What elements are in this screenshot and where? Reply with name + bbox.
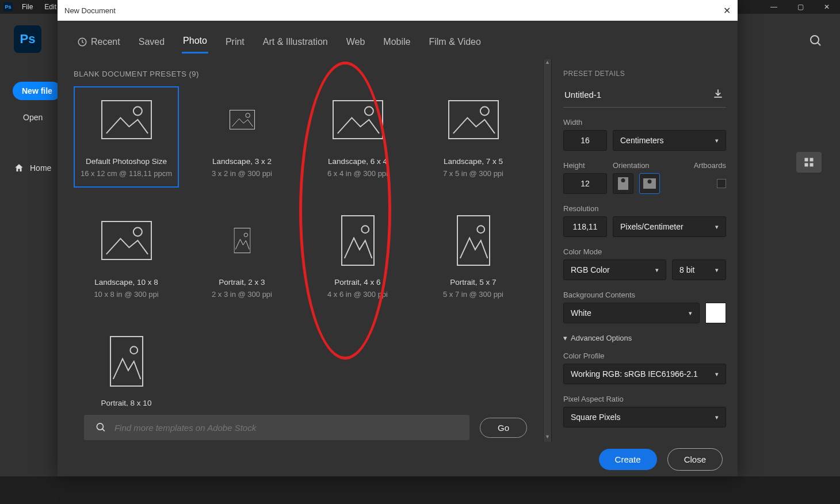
photoshop-logo-icon: Ps <box>14 25 41 53</box>
preset-title: Landscape, 6 x 4 <box>328 157 387 166</box>
resolution-unit-select[interactable]: Pixels/Centimeter▾ <box>613 216 726 237</box>
colormode-label: Color Mode <box>563 247 726 256</box>
color-profile-label: Color Profile <box>563 352 726 360</box>
advanced-options-toggle[interactable]: ▾ Advanced Options <box>563 334 726 342</box>
tab-saved[interactable]: Saved <box>138 32 166 53</box>
tab-recent[interactable]: Recent <box>76 32 121 53</box>
orientation-landscape-button[interactable] <box>639 173 660 194</box>
document-name-input[interactable] <box>563 87 710 102</box>
presets-section-label: BLANK DOCUMENT PRESETS(9) <box>74 70 537 78</box>
preset-card[interactable]: Default Photoshop Size 16 x 12 cm @ 118,… <box>74 86 179 188</box>
preset-thumb-icon <box>333 218 383 263</box>
preset-card[interactable]: Portrait, 8 x 10 8 x 10 in @ 300 ppi <box>74 328 179 406</box>
app-badge-icon: Ps <box>3 2 13 12</box>
new-file-button[interactable]: New file <box>13 82 62 100</box>
close-window-button[interactable]: ✕ <box>814 0 840 14</box>
preset-card[interactable]: Portrait, 5 x 7 5 x 7 in @ 300 ppi <box>421 207 526 308</box>
bitdepth-select[interactable]: 8 bit▾ <box>672 259 726 280</box>
color-profile-select[interactable]: Working RGB: sRGB IEC61966-2.1▾ <box>563 364 726 384</box>
height-input[interactable] <box>563 173 607 194</box>
chevron-down-icon: ▾ <box>715 414 719 421</box>
preset-title: Landscape, 10 x 8 <box>94 278 158 287</box>
pixel-aspect-select[interactable]: Square Pixels▾ <box>563 407 726 427</box>
tab-film[interactable]: Film & Video <box>427 32 482 53</box>
resolution-input[interactable] <box>563 216 607 237</box>
tab-art[interactable]: Art & Illustration <box>262 32 329 53</box>
svg-point-12 <box>364 107 373 116</box>
preset-title: Landscape, 3 x 2 <box>212 157 272 166</box>
bg-select[interactable]: White▾ <box>563 303 700 323</box>
preset-title: Portrait, 5 x 7 <box>450 278 496 287</box>
preset-title: Landscape, 7 x 5 <box>444 157 503 166</box>
dialog-close-button[interactable]: ✕ <box>723 5 731 16</box>
close-button[interactable]: Close <box>667 448 723 471</box>
width-label: Width <box>563 118 726 127</box>
new-document-dialog: New Document ✕ Recent Saved Photo Print … <box>58 0 738 476</box>
colormode-select[interactable]: RGB Color▾ <box>563 259 666 280</box>
chevron-down-icon: ▾ <box>655 266 659 274</box>
width-input[interactable] <box>563 130 607 151</box>
svg-point-24 <box>130 346 138 354</box>
preset-thumb-icon <box>101 218 152 263</box>
preset-card[interactable]: Landscape, 3 x 2 3 x 2 in @ 300 ppi <box>189 86 295 188</box>
svg-point-8 <box>133 107 142 116</box>
svg-rect-11 <box>333 101 383 139</box>
open-button[interactable]: Open <box>23 113 43 122</box>
minimize-button[interactable]: — <box>761 0 787 14</box>
chevron-down-icon: ▾ <box>715 266 719 274</box>
chevron-down-icon: ▾ <box>715 371 719 378</box>
orientation-portrait-button[interactable] <box>613 173 633 194</box>
svg-point-20 <box>361 226 369 233</box>
preset-card[interactable]: Landscape, 6 x 4 6 x 4 in @ 300 ppi <box>305 86 410 188</box>
details-header: PRESET DETAILS <box>563 70 726 78</box>
home-nav-label: Home <box>30 163 51 173</box>
width-unit-select[interactable]: Centimeters▾ <box>613 130 726 151</box>
svg-line-1 <box>818 43 820 45</box>
preset-subtitle: 3 x 2 in @ 300 ppi <box>212 169 272 178</box>
bg-color-swatch[interactable] <box>705 303 726 323</box>
tab-web[interactable]: Web <box>345 32 366 53</box>
preset-title: Default Photoshop Size <box>86 157 167 166</box>
template-search-input[interactable] <box>114 423 458 433</box>
maximize-button[interactable]: ▢ <box>787 0 814 14</box>
resolution-label: Resolution <box>563 204 726 213</box>
go-button[interactable]: Go <box>480 418 527 438</box>
clock-icon <box>77 37 87 47</box>
svg-point-0 <box>811 36 819 44</box>
search-icon <box>96 422 106 433</box>
preset-card[interactable]: Landscape, 10 x 8 10 x 8 in @ 300 ppi <box>74 207 179 308</box>
svg-point-10 <box>245 113 249 117</box>
svg-rect-3 <box>810 158 814 162</box>
svg-rect-4 <box>805 163 808 167</box>
preset-card[interactable]: Portrait, 4 x 6 4 x 6 in @ 300 ppi <box>305 207 410 308</box>
preset-subtitle: 10 x 8 in @ 300 ppi <box>94 290 158 299</box>
tab-mobile[interactable]: Mobile <box>382 32 411 53</box>
search-icon[interactable] <box>809 34 823 50</box>
preset-thumb-icon <box>333 97 383 142</box>
tab-print[interactable]: Print <box>224 32 246 53</box>
scroll-up-arrow-icon[interactable]: ▲ <box>544 59 552 67</box>
scroll-down-arrow-icon[interactable]: ▼ <box>544 434 552 442</box>
tab-photo[interactable]: Photo <box>182 31 208 54</box>
app-bottom-strip <box>0 476 840 504</box>
chevron-down-icon: ▾ <box>715 223 719 231</box>
create-button[interactable]: Create <box>599 449 657 470</box>
svg-line-26 <box>102 429 105 431</box>
preset-thumb-icon <box>448 97 499 142</box>
svg-point-16 <box>133 228 142 236</box>
artboards-checkbox[interactable] <box>717 179 726 188</box>
menu-file[interactable]: File <box>16 3 39 11</box>
svg-rect-19 <box>342 216 374 265</box>
save-preset-icon[interactable] <box>710 86 726 104</box>
svg-rect-21 <box>457 216 490 265</box>
template-search-box[interactable] <box>84 415 469 440</box>
preset-thumb-icon <box>101 97 152 142</box>
height-label: Height <box>563 161 607 170</box>
preset-title: Portrait, 2 x 3 <box>219 278 265 287</box>
view-grid-toggle[interactable] <box>796 152 822 173</box>
preset-thumb-icon <box>217 97 268 142</box>
preset-card[interactable]: Landscape, 7 x 5 7 x 5 in @ 300 ppi <box>421 86 526 188</box>
preset-subtitle: 5 x 7 in @ 300 ppi <box>443 290 503 299</box>
presets-scrollbar[interactable]: ▲ ▼ <box>543 59 551 442</box>
preset-card[interactable]: Portrait, 2 x 3 2 x 3 in @ 300 ppi <box>189 207 295 308</box>
